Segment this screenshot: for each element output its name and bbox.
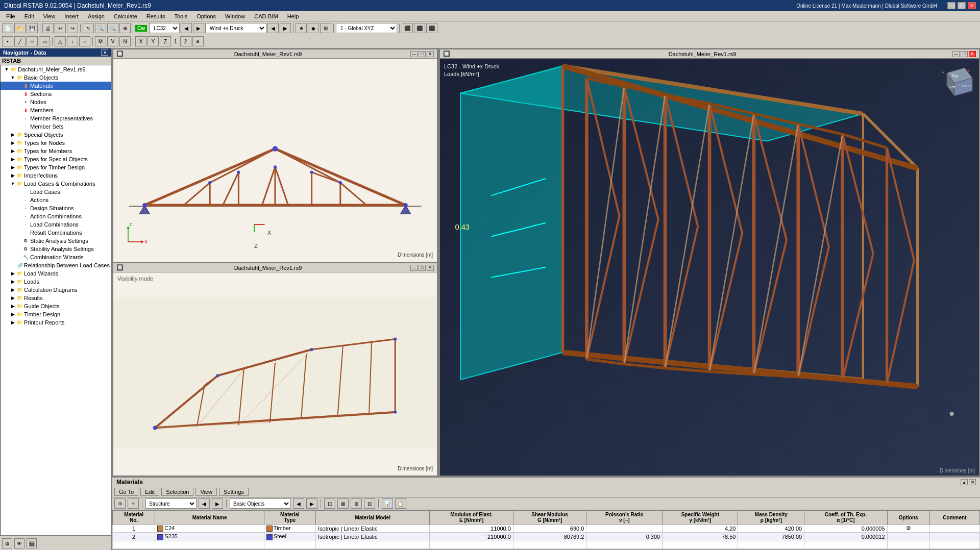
tb-new[interactable]: 📄 xyxy=(2,23,13,33)
tt-chart1[interactable]: 📊 xyxy=(382,498,393,509)
goto-btn[interactable]: Go To xyxy=(114,488,138,496)
tree-toggle-td[interactable]: ▶ xyxy=(10,311,16,317)
tb-node[interactable]: • xyxy=(2,36,13,46)
view-btn[interactable]: View xyxy=(195,488,217,496)
tb-print[interactable]: 🖨 xyxy=(42,23,54,33)
tree-calc-diagrams[interactable]: ▶ 📁 Calculation Diagrams xyxy=(1,286,111,294)
tt-next[interactable]: ▶ xyxy=(212,498,223,509)
tb-supports[interactable]: △ xyxy=(55,36,66,46)
table-scroll[interactable]: MaterialNo. Material Name MaterialType M… xyxy=(112,510,980,549)
load-case-dropdown[interactable]: LC32 xyxy=(149,23,180,33)
right-view-max[interactable]: □ xyxy=(961,51,968,57)
nav-btn-1[interactable]: 🖥 xyxy=(2,538,12,548)
tb-lc-prev[interactable]: ◀ xyxy=(267,23,279,33)
tb-view3[interactable]: ⬛ xyxy=(426,23,437,33)
minimize-button[interactable]: — xyxy=(947,2,955,9)
tb-y-axis[interactable]: Y xyxy=(148,36,159,46)
tree-toggle-ts[interactable]: ▶ xyxy=(10,156,16,162)
menu-insert[interactable]: Insert xyxy=(60,12,83,20)
nav-btn-3[interactable]: 🎬 xyxy=(27,538,37,548)
bottom-expand-btn[interactable]: ▲ xyxy=(961,479,968,485)
tt-filter1[interactable]: ⊡ xyxy=(324,498,335,509)
cell-options-1[interactable]: ⚙ xyxy=(887,524,929,533)
table-row[interactable]: 1 C24 Timber Isotropic | Linear Elastic … xyxy=(113,524,980,533)
menu-edit[interactable]: Edit xyxy=(20,12,38,20)
tree-toggle-tm[interactable]: ▶ xyxy=(10,148,16,154)
tree-toggle-pr[interactable]: ▶ xyxy=(10,319,16,326)
tt-chart2[interactable]: 📋 xyxy=(395,498,406,509)
tree-actions[interactable]: · Actions xyxy=(1,196,111,204)
edit-btn[interactable]: Edit xyxy=(140,488,159,496)
tt-bo-next[interactable]: ▶ xyxy=(306,498,317,509)
nav-close-btn[interactable]: ✕ xyxy=(101,49,108,56)
tb-view2[interactable]: ⬛ xyxy=(414,23,425,33)
table-row[interactable]: 2 S235 Steel Isotropic | Linear Elastic … xyxy=(113,533,980,541)
menu-tools[interactable]: Tools xyxy=(170,12,191,20)
tb-render2[interactable]: ◆ xyxy=(308,23,319,33)
bottom-close-btn[interactable]: ✕ xyxy=(969,479,976,485)
tt-filter2[interactable]: ⊠ xyxy=(337,498,349,509)
selection-btn[interactable]: Selection xyxy=(161,488,193,496)
tb-z-axis[interactable]: Z xyxy=(160,36,171,46)
menu-results[interactable]: Results xyxy=(142,12,169,20)
top-left-max[interactable]: □ xyxy=(419,51,426,57)
tree-project[interactable]: ▼ 📁 Dachstuhl_Meier_Rev1.rs9 xyxy=(1,65,111,73)
tree-basic-objects[interactable]: ▼ 📁 Basic Objects xyxy=(1,73,111,82)
tb-dimensions[interactable]: ↔ xyxy=(79,36,90,46)
tb-zoom-fit[interactable]: ⊕ xyxy=(119,23,131,33)
tt-bo-prev[interactable]: ◀ xyxy=(293,498,304,509)
menu-assign[interactable]: Assign xyxy=(84,12,109,20)
tree-member-sets[interactable]: · Member Sets xyxy=(1,122,111,131)
nav-btn-2[interactable]: 👁 xyxy=(14,538,24,548)
tb-next-lc[interactable]: ▶ xyxy=(193,23,204,33)
tree-static-analysis[interactable]: ⚙ Static Analysis Settings xyxy=(1,237,111,245)
tree-results[interactable]: ▶ 📁 Results xyxy=(1,294,111,302)
tb-results3[interactable]: N xyxy=(119,36,131,46)
tb-surface[interactable]: ▭ xyxy=(39,36,50,46)
tree-toggle-imp[interactable]: ▶ xyxy=(10,172,16,179)
tree-combination-wizards[interactable]: 🔧 Combination Wizards xyxy=(1,253,111,261)
tree-relationship[interactable]: 🔗 Relationship Between Load Cases xyxy=(1,261,111,269)
bottom-left-close[interactable]: ✕ xyxy=(427,265,434,271)
tree-types-timber[interactable]: ▶ 📁 Types for Timber Design xyxy=(1,163,111,171)
menu-calculate[interactable]: Calculate xyxy=(110,12,141,20)
tt-btn-2[interactable]: + xyxy=(128,498,139,509)
tree-load-wizards[interactable]: ▶ 📁 Load Wizards xyxy=(1,269,111,278)
tb-open[interactable]: 📂 xyxy=(14,23,26,33)
tb-num[interactable]: 2 xyxy=(180,36,191,46)
tree-toggle-project[interactable]: ▼ xyxy=(4,66,10,72)
tree-nodes[interactable]: • Nodes xyxy=(1,98,111,106)
tree-toggle-tt[interactable]: ▶ xyxy=(10,164,16,170)
close-button[interactable]: ✕ xyxy=(968,2,976,9)
tree-toggle-ld[interactable]: ▶ xyxy=(10,279,16,285)
tt-filter4[interactable]: ⊟ xyxy=(364,498,375,509)
basic-objects-dropdown[interactable]: Basic Objects xyxy=(230,498,291,509)
tb-zoom-in[interactable]: 🔍 xyxy=(95,23,106,33)
tb-view1[interactable]: ⬛ xyxy=(402,23,413,33)
tt-filter3[interactable]: ⊞ xyxy=(351,498,362,509)
tree-members[interactable]: ▮ Members xyxy=(1,106,111,114)
tb-undo[interactable]: ↩ xyxy=(55,23,66,33)
tb-prev-lc[interactable]: ◀ xyxy=(181,23,192,33)
tt-btn-1[interactable]: ⊞ xyxy=(114,498,126,509)
right-view-close[interactable]: ✕ xyxy=(969,51,976,57)
coord-dropdown[interactable]: 1 - Global XYZ xyxy=(336,23,397,33)
tb-results1[interactable]: M xyxy=(95,36,106,46)
tree-load-cases[interactable]: · Load Cases xyxy=(1,188,111,196)
tb-zoom-out[interactable]: 🔍 xyxy=(107,23,118,33)
tb-redo[interactable]: ↪ xyxy=(67,23,78,33)
tree-toggle-cd[interactable]: ▶ xyxy=(10,287,16,293)
maximize-button[interactable]: □ xyxy=(958,2,966,9)
tree-toggle-tn[interactable]: ▶ xyxy=(10,140,16,146)
tree-toggle-basic[interactable]: ▼ xyxy=(10,74,16,81)
tb-render[interactable]: ★ xyxy=(296,23,307,33)
tree-materials[interactable]: ▮ Materials xyxy=(1,82,111,90)
tb-results2[interactable]: V xyxy=(107,36,118,46)
tb-select[interactable]: ↖ xyxy=(83,23,94,33)
tree-toggle-res[interactable]: ▶ xyxy=(10,295,16,301)
tree-printout[interactable]: ▶ 📁 Printout Reports xyxy=(1,318,111,327)
tb-loads[interactable]: ↓ xyxy=(67,36,78,46)
tree-special-objects[interactable]: ▶ 📁 Special Objects xyxy=(1,131,111,139)
tb-member[interactable]: ═ xyxy=(27,36,38,46)
tree-stability-analysis[interactable]: ⚙ Stability Analysis Settings xyxy=(1,245,111,253)
